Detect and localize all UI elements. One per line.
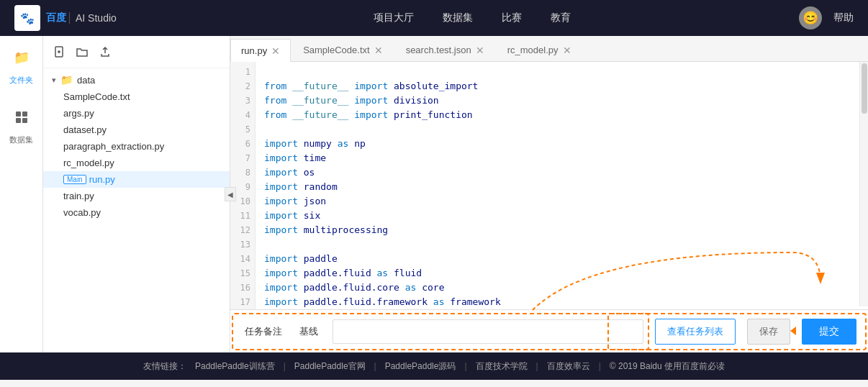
- scrollbar-track[interactable]: [859, 62, 868, 306]
- file-item-train[interactable]: train.py: [43, 188, 230, 204]
- scrollbar-thumb[interactable]: [862, 63, 867, 114]
- new-file-icon[interactable]: [52, 45, 66, 62]
- footer-copyright: © 2019 Baidu 使用百度前必读: [610, 360, 725, 373]
- sidebar-item-files[interactable]: 📁: [7, 43, 36, 72]
- logo-icon: 🐾: [14, 5, 40, 31]
- svg-rect-1: [22, 111, 27, 117]
- file-item-vocab[interactable]: vocab.py: [43, 204, 230, 221]
- file-name: run.py: [89, 174, 115, 185]
- tab-samplecode[interactable]: SampleCode.txt ✕: [292, 38, 394, 61]
- main-layout: 📁 文件夹 数据集 ▾ 📁 data SampleCode.txt: [0, 36, 868, 352]
- logo-product: AI Studio: [69, 12, 117, 24]
- footer-prefix: 友情链接：: [143, 360, 186, 373]
- view-task-list-button[interactable]: 查看任务列表: [655, 319, 736, 345]
- chevron-down-icon: ▾: [52, 76, 56, 85]
- baseline-input[interactable]: [333, 319, 643, 344]
- file-name: SampleCode.txt: [63, 91, 130, 102]
- footer-link-official[interactable]: PaddlePaddle官网: [294, 360, 366, 373]
- tab-close-icon[interactable]: ✕: [563, 45, 571, 55]
- tab-bar: run.py ✕ SampleCode.txt ✕ search.test.js…: [230, 36, 868, 62]
- folder-name: data: [77, 75, 95, 86]
- file-name: paragraph_extraction.py: [63, 141, 164, 152]
- tab-close-icon[interactable]: ✕: [476, 45, 484, 55]
- collapse-panel-arrow[interactable]: ◀: [225, 187, 236, 201]
- tab-close-icon[interactable]: ✕: [271, 46, 280, 56]
- bottom-panel: 任务备注 基线 查看任务列表 保存 提交: [230, 309, 868, 352]
- file-tree-toolbar: [43, 42, 230, 68]
- sidebar: 📁 文件夹 数据集: [0, 36, 43, 352]
- sidebar-item-datasets[interactable]: [7, 103, 36, 132]
- tab-label: search.test.json: [406, 45, 471, 55]
- task-note-label: 任务备注: [242, 325, 285, 338]
- folder-icon: 📁: [60, 74, 73, 86]
- arrow-to-submit: [790, 325, 796, 338]
- nav-education[interactable]: 教育: [551, 9, 571, 27]
- new-folder-icon[interactable]: [75, 45, 89, 62]
- tab-close-icon[interactable]: ✕: [374, 45, 383, 55]
- main-badge: Main: [63, 175, 86, 184]
- file-tree: ▾ 📁 data SampleCode.txt args.py dataset.…: [43, 36, 230, 352]
- line-numbers: 123456789101112131415161718192021222324: [230, 62, 256, 309]
- file-name: dataset.py: [63, 124, 107, 135]
- svg-rect-3: [22, 118, 27, 123]
- code-area: ◀ run.py ✕ SampleCode.txt ✕ search.test.…: [230, 36, 868, 352]
- code-editor[interactable]: 123456789101112131415161718192021222324 …: [230, 62, 868, 309]
- submit-button[interactable]: 提交: [802, 319, 856, 345]
- footer-link-cloud[interactable]: 百度效率云: [547, 360, 590, 373]
- root-folder[interactable]: ▾ 📁 data: [43, 71, 230, 88]
- svg-rect-2: [16, 118, 21, 123]
- nav-right: 😊 帮助: [799, 6, 854, 29]
- file-item-runpy[interactable]: Main run.py: [43, 171, 230, 188]
- footer-link-academy[interactable]: 百度技术学院: [476, 360, 528, 373]
- tab-rcmodel[interactable]: rc_model.py ✕: [497, 38, 582, 61]
- nav-projects[interactable]: 项目大厅: [374, 9, 414, 27]
- top-nav: 🐾 百度 AI Studio 项目大厅 数据集 比赛 教育 😊 帮助: [0, 0, 868, 36]
- file-item-dataset[interactable]: dataset.py: [43, 122, 230, 138]
- footer-link-source[interactable]: PaddlePaddle源码: [385, 360, 456, 373]
- file-name: args.py: [63, 108, 94, 119]
- tab-searchtestjson[interactable]: search.test.json ✕: [395, 38, 495, 61]
- tab-label: run.py: [241, 45, 267, 56]
- upload-icon[interactable]: [98, 45, 112, 62]
- tab-label: SampleCode.txt: [303, 45, 370, 55]
- file-item-args[interactable]: args.py: [43, 105, 230, 122]
- code-content: from __future__ import absolute_import f…: [256, 62, 510, 309]
- tab-label: rc_model.py: [507, 45, 559, 55]
- file-item-paragraph[interactable]: paragraph_extraction.py: [43, 138, 230, 155]
- file-name: train.py: [63, 191, 94, 201]
- tab-runpy[interactable]: run.py ✕: [230, 39, 291, 62]
- nav-items: 项目大厅 数据集 比赛 教育: [145, 9, 799, 27]
- sidebar-label-files: 文件夹: [9, 75, 33, 86]
- avatar[interactable]: 😊: [799, 6, 822, 29]
- footer: 友情链接： PaddlePaddle训练营 | PaddlePaddle官网 |…: [0, 352, 868, 380]
- sidebar-label-datasets: 数据集: [9, 135, 33, 145]
- footer-link-training[interactable]: PaddlePaddle训练营: [195, 360, 275, 373]
- help-link[interactable]: 帮助: [833, 12, 854, 24]
- svg-rect-0: [16, 111, 21, 117]
- nav-datasets[interactable]: 数据集: [443, 9, 473, 27]
- logo-brand: 百度: [46, 12, 66, 24]
- file-name: vocab.py: [63, 207, 101, 218]
- baseline-label: 基线: [297, 325, 321, 338]
- nav-competition[interactable]: 比赛: [502, 9, 522, 27]
- file-name: rc_model.py: [63, 158, 114, 168]
- file-item-rcmodel[interactable]: rc_model.py: [43, 155, 230, 171]
- logo: 🐾 百度 AI Studio: [14, 5, 117, 31]
- save-button[interactable]: 保存: [747, 319, 790, 345]
- file-item-samplecode[interactable]: SampleCode.txt: [43, 88, 230, 105]
